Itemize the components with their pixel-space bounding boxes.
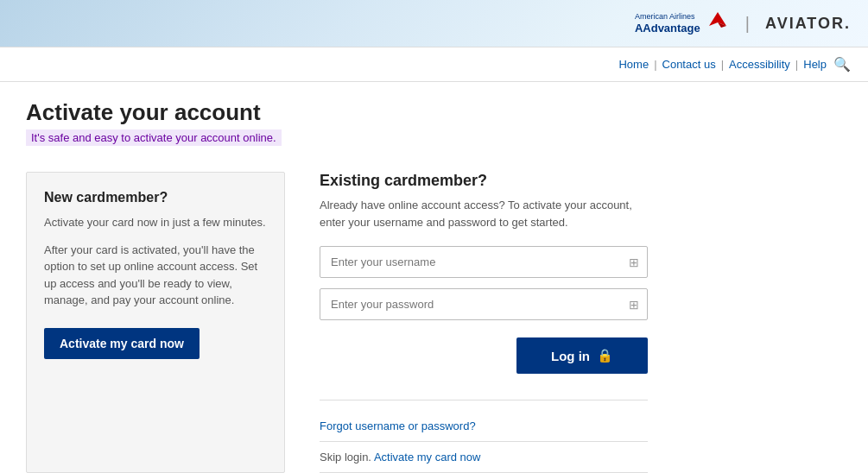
new-cardmember-title: New cardmember?: [44, 190, 267, 205]
aadvantage-logo: American Airlines AAdvantage: [635, 9, 730, 38]
password-input[interactable]: [320, 288, 648, 320]
login-button[interactable]: Log in 🔒: [516, 337, 648, 374]
skip-activate-link[interactable]: Activate my card now: [374, 451, 481, 464]
skip-login-text: Skip login.: [320, 451, 371, 464]
logo-divider: |: [745, 14, 750, 34]
nav-help[interactable]: Help: [803, 58, 827, 71]
username-input-group: ⊞: [320, 246, 648, 278]
nav-sep-3: |: [795, 58, 798, 71]
new-cardmember-desc1: Activate your card now in just a few min…: [44, 214, 267, 231]
aa-small-text: American Airlines: [635, 12, 700, 22]
new-cardmember-box: New cardmember? Activate your card now i…: [26, 172, 285, 473]
nav-bar: Home | Contact us | Accessibility | Help…: [0, 47, 868, 82]
search-icon[interactable]: 🔍: [833, 56, 851, 73]
login-button-row: Log in 🔒: [320, 331, 648, 374]
skip-login-row: Skip login. Activate my card now: [320, 442, 648, 473]
existing-cardmember-desc: Already have online account access? To a…: [320, 197, 648, 230]
nav-contact[interactable]: Contact us: [662, 58, 716, 71]
username-input[interactable]: [320, 246, 648, 278]
lock-icon: 🔒: [597, 348, 613, 363]
svg-marker-0: [709, 12, 726, 26]
aadvantage-text: AAdvantage: [635, 22, 700, 35]
page-header: Activate your account It's safe and easy…: [0, 82, 868, 155]
aviator-text: AVIATOR.: [765, 15, 851, 33]
nav-accessibility[interactable]: Accessibility: [729, 58, 790, 71]
username-input-icon: ⊞: [629, 255, 639, 269]
logo-area: American Airlines AAdvantage | AVIATOR.: [635, 9, 851, 38]
plane-icon: [706, 9, 730, 38]
top-banner: American Airlines AAdvantage | AVIATOR.: [0, 0, 868, 47]
page-title: Activate your account: [26, 99, 842, 126]
login-button-label: Log in: [551, 349, 590, 363]
bottom-links: Forgot username or password? Skip login.…: [320, 400, 648, 473]
new-cardmember-desc2: After your card is activated, you'll hav…: [44, 242, 267, 309]
page-subtitle: It's safe and easy to activate your acco…: [26, 129, 282, 146]
existing-cardmember-section: Existing cardmember? Already have online…: [320, 172, 648, 473]
activate-card-button[interactable]: Activate my card now: [44, 328, 200, 359]
nav-home[interactable]: Home: [618, 58, 649, 71]
forgot-link[interactable]: Forgot username or password?: [320, 419, 476, 432]
nav-sep-1: |: [654, 58, 656, 71]
existing-cardmember-title: Existing cardmember?: [320, 172, 648, 190]
main-content: New cardmember? Activate your card now i…: [0, 155, 868, 473]
password-input-group: ⊞: [320, 288, 648, 320]
forgot-link-row: Forgot username or password?: [320, 411, 648, 442]
password-input-icon: ⊞: [629, 298, 639, 312]
nav-sep-2: |: [721, 58, 724, 71]
